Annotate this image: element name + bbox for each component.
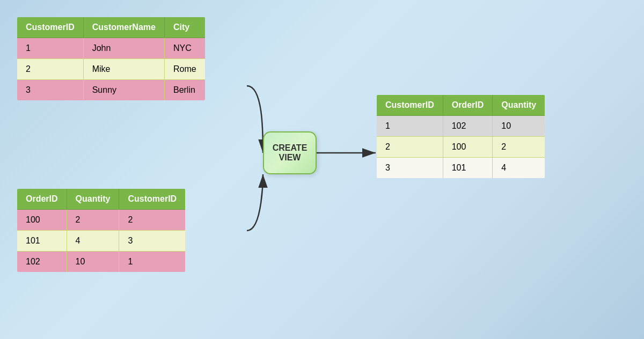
orders-row-3: 102 10 1 <box>17 252 186 273</box>
orders-col-orderid: OrderID <box>17 188 67 210</box>
create-view-label: CREATEVIEW <box>273 143 308 163</box>
cust-id-1: 1 <box>17 38 83 59</box>
orders-table: OrderID Quantity CustomerID 100 2 2 101 … <box>16 188 186 273</box>
result-orderid-3: 101 <box>443 158 493 179</box>
customers-row-3: 3 Sunny Berlin <box>17 80 206 101</box>
orders-col-quantity: Quantity <box>67 188 119 210</box>
order-qty-3: 10 <box>67 252 119 273</box>
result-qty-1: 10 <box>493 116 545 137</box>
customers-col-customerid: CustomerID <box>17 17 83 38</box>
cust-city-1: NYC <box>164 38 205 59</box>
cust-city-2: Rome <box>164 59 205 80</box>
customers-table: CustomerID CustomerName City 1 John NYC … <box>16 16 206 101</box>
cust-city-3: Berlin <box>164 80 205 101</box>
cust-id-2: 2 <box>17 59 83 80</box>
order-id-2: 101 <box>17 231 67 252</box>
cust-name-2: Mike <box>83 59 164 80</box>
result-custid-3: 3 <box>376 158 443 179</box>
create-view-box: CREATEVIEW <box>263 131 317 174</box>
result-custid-2: 2 <box>376 137 443 158</box>
result-custid-1: 1 <box>376 116 443 137</box>
result-col-orderid: OrderID <box>443 94 493 116</box>
cust-id-3: 3 <box>17 80 83 101</box>
result-col-quantity: Quantity <box>493 94 545 116</box>
order-custid-3: 1 <box>119 252 186 273</box>
order-qty-2: 4 <box>67 231 119 252</box>
cust-name-1: John <box>83 38 164 59</box>
order-custid-1: 2 <box>119 210 186 231</box>
order-id-3: 102 <box>17 252 67 273</box>
order-custid-2: 3 <box>119 231 186 252</box>
result-table: CustomerID OrderID Quantity 1 102 10 2 1… <box>376 94 546 179</box>
result-orderid-1: 102 <box>443 116 493 137</box>
orders-row-1: 100 2 2 <box>17 210 186 231</box>
orders-row-2: 101 4 3 <box>17 231 186 252</box>
orders-col-customerid: CustomerID <box>119 188 186 210</box>
diagram-container: CustomerID CustomerName City 1 John NYC … <box>0 0 644 339</box>
result-qty-2: 2 <box>493 137 545 158</box>
customers-col-city: City <box>164 17 205 38</box>
cust-name-3: Sunny <box>83 80 164 101</box>
result-row-3: 3 101 4 <box>376 158 545 179</box>
order-id-1: 100 <box>17 210 67 231</box>
result-row-2: 2 100 2 <box>376 137 545 158</box>
result-qty-3: 4 <box>493 158 545 179</box>
customers-col-customername: CustomerName <box>83 17 164 38</box>
result-col-customerid: CustomerID <box>376 94 443 116</box>
order-qty-1: 2 <box>67 210 119 231</box>
result-orderid-2: 100 <box>443 137 493 158</box>
customers-row-1: 1 John NYC <box>17 38 206 59</box>
customers-row-2: 2 Mike Rome <box>17 59 206 80</box>
result-row-1: 1 102 10 <box>376 116 545 137</box>
